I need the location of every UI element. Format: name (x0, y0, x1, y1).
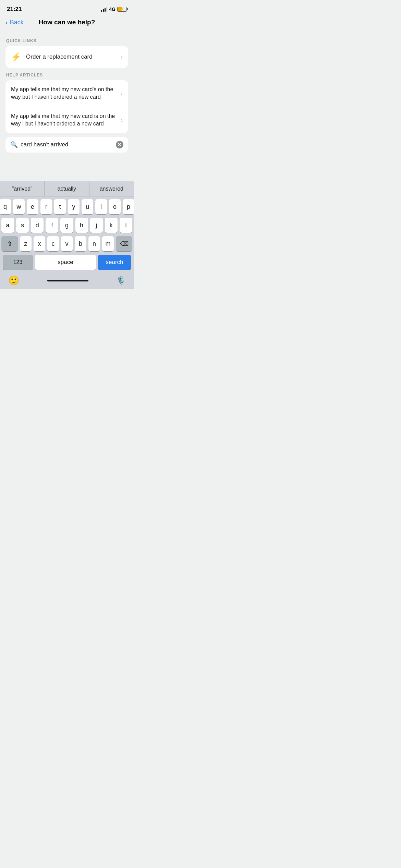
help-articles-card: My app tells me that my new card's on th… (5, 80, 128, 133)
key-i[interactable]: i (95, 199, 107, 214)
lightning-icon: ⚡ (11, 52, 21, 62)
key-q[interactable]: q (0, 199, 11, 214)
emoji-row: 🙂 🎙️ (0, 273, 134, 289)
key-h[interactable]: h (75, 218, 88, 233)
key-f[interactable]: f (46, 218, 58, 233)
key-t[interactable]: t (54, 199, 66, 214)
key-z[interactable]: z (20, 236, 32, 251)
back-chevron-icon: ‹ (5, 19, 8, 26)
key-y[interactable]: y (68, 199, 80, 214)
suggestion-arrived[interactable]: "arrived" (0, 181, 45, 196)
article-item[interactable]: My app tells me that my new card's on th… (5, 80, 128, 107)
shift-key[interactable]: ⇧ (1, 236, 18, 251)
key-b[interactable]: b (75, 236, 86, 251)
mic-key[interactable]: 🎙️ (116, 276, 125, 285)
key-g[interactable]: g (60, 218, 73, 233)
space-key[interactable]: space (35, 255, 96, 270)
main-content: QUICK LINKS ⚡ Order a replacement card ›… (0, 29, 134, 153)
search-input[interactable] (21, 141, 116, 148)
nav-bar: ‹ Back How can we help? (0, 16, 134, 29)
battery-icon: ⚡ (117, 7, 127, 12)
suggestion-answered[interactable]: answered (89, 181, 134, 196)
key-w[interactable]: w (13, 199, 25, 214)
signal-icon (101, 7, 107, 12)
search-key[interactable]: search (98, 255, 131, 270)
back-button[interactable]: ‹ Back (5, 19, 24, 26)
key-v[interactable]: v (61, 236, 73, 251)
status-bar: 21:21 4G ⚡ (0, 0, 134, 16)
quick-links-label: QUICK LINKS (5, 38, 128, 43)
status-time: 21:21 (7, 6, 22, 13)
suggestion-actually[interactable]: actually (45, 181, 89, 196)
quick-links-card: ⚡ Order a replacement card › (5, 46, 128, 68)
delete-key[interactable]: ⌫ (116, 236, 132, 251)
quick-link-text: Order a replacement card (26, 53, 121, 60)
help-articles-label: HELP ARTICLES (5, 73, 128, 77)
bottom-row: 123 space search (1, 255, 132, 270)
key-u[interactable]: u (82, 199, 93, 214)
article-text-2: My app tells me that my new card is on t… (11, 112, 117, 128)
key-m[interactable]: m (102, 236, 114, 251)
key-d[interactable]: d (31, 218, 44, 233)
emoji-key[interactable]: 🙂 (8, 275, 19, 286)
key-row-3: ⇧ z x c v b n m ⌫ (1, 236, 132, 251)
key-s[interactable]: s (16, 218, 29, 233)
search-bar-container: 🔍 ✕ (5, 137, 128, 153)
chevron-right-icon: › (121, 90, 123, 97)
article-item[interactable]: My app tells me that my new card is on t… (5, 107, 128, 133)
key-l[interactable]: l (120, 218, 132, 233)
key-r[interactable]: r (40, 199, 52, 214)
key-j[interactable]: j (90, 218, 103, 233)
network-label: 4G (109, 7, 116, 12)
page-title: How can we help? (39, 19, 95, 26)
back-label: Back (10, 19, 24, 26)
key-o[interactable]: o (109, 199, 121, 214)
article-text-1: My app tells me that my new card's on th… (11, 86, 117, 101)
key-row-1: q w e r t y u i o p (1, 199, 132, 214)
suggestions-bar: "arrived" actually answered (0, 181, 134, 196)
delete-icon: ⌫ (120, 240, 129, 248)
chevron-right-icon: › (121, 53, 123, 61)
key-row-2: a s d f g h j k l (1, 218, 132, 233)
search-clear-button[interactable]: ✕ (116, 141, 123, 148)
key-a[interactable]: a (1, 218, 14, 233)
search-icon: 🔍 (10, 141, 18, 148)
numbers-key[interactable]: 123 (3, 255, 33, 270)
shift-icon: ⇧ (7, 240, 12, 248)
key-c[interactable]: c (47, 236, 59, 251)
key-e[interactable]: e (27, 199, 38, 214)
key-n[interactable]: n (88, 236, 100, 251)
key-k[interactable]: k (105, 218, 118, 233)
quick-link-item[interactable]: ⚡ Order a replacement card › (5, 46, 128, 68)
key-x[interactable]: x (34, 236, 45, 251)
chevron-right-icon: › (121, 117, 123, 124)
keyboard: "arrived" actually answered q w e r t y … (0, 181, 134, 289)
home-indicator (47, 280, 88, 281)
keys-area: q w e r t y u i o p a s d f g h j k l ⇧ (0, 196, 134, 273)
key-p[interactable]: p (123, 199, 134, 214)
status-icons: 4G ⚡ (101, 7, 127, 12)
